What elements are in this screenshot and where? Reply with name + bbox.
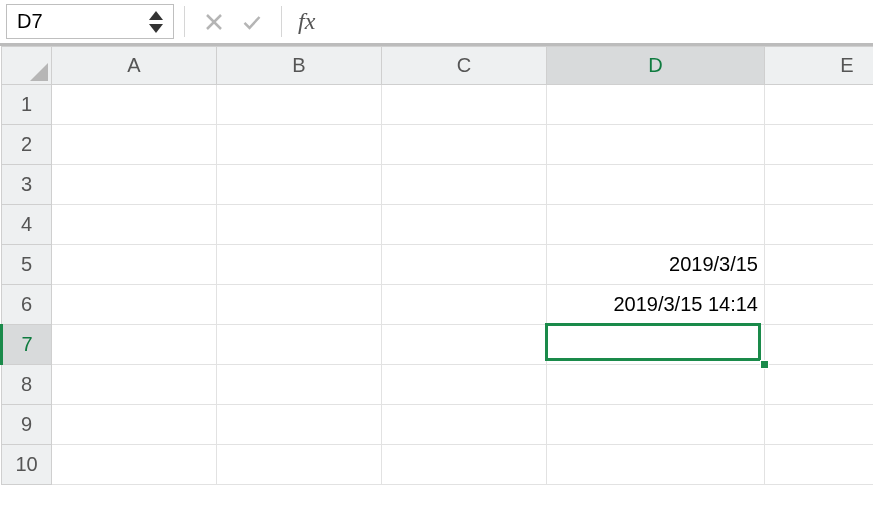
col-head-B[interactable]: B	[217, 47, 382, 85]
cell-C9[interactable]	[382, 405, 547, 445]
cell-D7[interactable]	[547, 325, 765, 365]
cell-C1[interactable]	[382, 85, 547, 125]
column-header-row: A B C D E	[2, 47, 874, 85]
cell-A8[interactable]	[52, 365, 217, 405]
divider	[281, 6, 282, 37]
cell-D6[interactable]: 2019/3/15 14:14	[547, 285, 765, 325]
name-box-value: D7	[7, 10, 145, 33]
name-box[interactable]: D7	[6, 4, 174, 39]
cell-E7[interactable]	[765, 325, 874, 365]
cell-D2[interactable]	[547, 125, 765, 165]
formula-bar: D7 fx	[0, 0, 873, 46]
fill-handle[interactable]	[760, 360, 769, 369]
cell-D9[interactable]	[547, 405, 765, 445]
cell-C7[interactable]	[382, 325, 547, 365]
cell-D10[interactable]	[547, 445, 765, 485]
cell-E1[interactable]	[765, 85, 874, 125]
cell-E3[interactable]	[765, 165, 874, 205]
formula-input[interactable]	[321, 0, 873, 43]
cell-D8[interactable]	[547, 365, 765, 405]
cancel-button[interactable]	[195, 0, 233, 43]
cell-B4[interactable]	[217, 205, 382, 245]
cell-C2[interactable]	[382, 125, 547, 165]
cell-B1[interactable]	[217, 85, 382, 125]
row-head-5[interactable]: 5	[2, 245, 52, 285]
col-head-A[interactable]: A	[52, 47, 217, 85]
cell-C10[interactable]	[382, 445, 547, 485]
cell-A7[interactable]	[52, 325, 217, 365]
cell-C6[interactable]	[382, 285, 547, 325]
cell-E4[interactable]	[765, 205, 874, 245]
cell-C4[interactable]	[382, 205, 547, 245]
close-icon	[204, 12, 224, 32]
row-head-6[interactable]: 6	[2, 285, 52, 325]
fx-icon[interactable]: fx	[292, 0, 321, 43]
cell-C5[interactable]	[382, 245, 547, 285]
row-head-1[interactable]: 1	[2, 85, 52, 125]
accept-button[interactable]	[233, 0, 271, 43]
cell-B2[interactable]	[217, 125, 382, 165]
cell-D4[interactable]	[547, 205, 765, 245]
check-icon	[242, 12, 262, 32]
cell-A10[interactable]	[52, 445, 217, 485]
cell-B8[interactable]	[217, 365, 382, 405]
col-head-C[interactable]: C	[382, 47, 547, 85]
cell-A9[interactable]	[52, 405, 217, 445]
cell-E10[interactable]	[765, 445, 874, 485]
cell-E9[interactable]	[765, 405, 874, 445]
cell-E6[interactable]	[765, 285, 874, 325]
divider	[184, 6, 185, 37]
cell-A3[interactable]	[52, 165, 217, 205]
cell-C3[interactable]	[382, 165, 547, 205]
cell-D3[interactable]	[547, 165, 765, 205]
chevron-down-icon	[149, 24, 163, 33]
cell-A2[interactable]	[52, 125, 217, 165]
row-head-3[interactable]: 3	[2, 165, 52, 205]
cell-B3[interactable]	[217, 165, 382, 205]
cell-E2[interactable]	[765, 125, 874, 165]
row-head-8[interactable]: 8	[2, 365, 52, 405]
cell-B5[interactable]	[217, 245, 382, 285]
select-all-corner[interactable]	[2, 47, 52, 85]
col-head-E[interactable]: E	[765, 47, 874, 85]
cell-A5[interactable]	[52, 245, 217, 285]
col-head-D[interactable]: D	[547, 47, 765, 85]
cell-E5[interactable]	[765, 245, 874, 285]
chevron-up-icon	[149, 11, 163, 20]
cell-E8[interactable]	[765, 365, 874, 405]
cell-B10[interactable]	[217, 445, 382, 485]
cell-B6[interactable]	[217, 285, 382, 325]
row-head-2[interactable]: 2	[2, 125, 52, 165]
name-box-spinner[interactable]	[145, 11, 173, 33]
cell-A1[interactable]	[52, 85, 217, 125]
cell-A6[interactable]	[52, 285, 217, 325]
cell-B7[interactable]	[217, 325, 382, 365]
row-head-4[interactable]: 4	[2, 205, 52, 245]
cell-D5[interactable]: 2019/3/15	[547, 245, 765, 285]
cell-C8[interactable]	[382, 365, 547, 405]
row-head-10[interactable]: 10	[2, 445, 52, 485]
cell-D1[interactable]	[547, 85, 765, 125]
row-head-7[interactable]: 7	[2, 325, 52, 365]
sheet-table: A B C D E 1 2 3 4 52019/3/15 62019/3/15 …	[0, 46, 873, 485]
cell-B9[interactable]	[217, 405, 382, 445]
row-head-9[interactable]: 9	[2, 405, 52, 445]
cell-A4[interactable]	[52, 205, 217, 245]
spreadsheet-grid: A B C D E 1 2 3 4 52019/3/15 62019/3/15 …	[0, 46, 873, 485]
